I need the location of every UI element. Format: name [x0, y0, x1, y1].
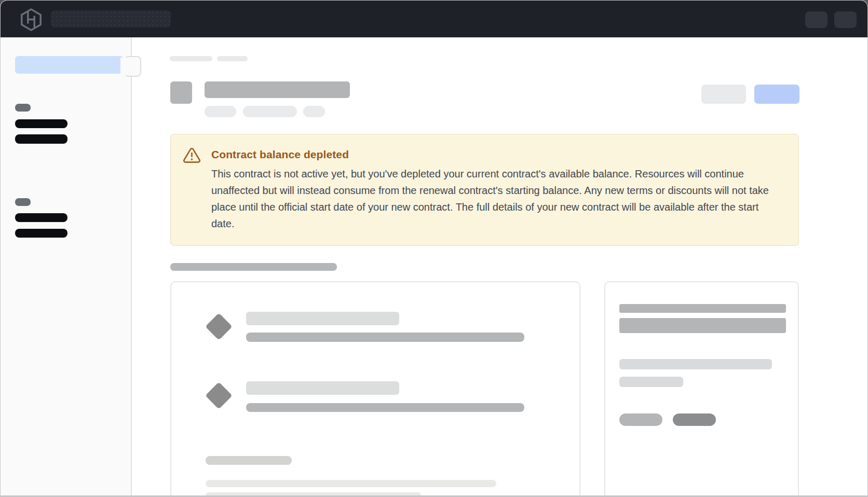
sidebar-collapse-handle-patch: [120, 58, 128, 75]
summary-text-skeleton: [619, 359, 772, 369]
summary-text-skeleton: [619, 377, 683, 387]
breadcrumb-skeleton: [217, 56, 248, 61]
content-card: [170, 281, 580, 495]
alert-body-text: This contract is not active yet, but you…: [211, 165, 780, 232]
sidebar-item-skeleton[interactable]: [15, 134, 67, 144]
summary-card: [604, 281, 799, 495]
page-meta-badge-skeleton: [205, 106, 236, 117]
page-icon-skeleton: [170, 81, 192, 104]
summary-title-skeleton: [619, 304, 786, 313]
diamond-status-icon: [205, 313, 232, 340]
sidebar-item-skeleton[interactable]: [15, 213, 67, 222]
card-footer-line-skeleton: [206, 480, 496, 487]
sidebar-section-label-skeleton: [15, 104, 31, 112]
summary-button-skeleton[interactable]: [673, 413, 716, 426]
navbar-menu-skeleton[interactable]: [834, 11, 857, 28]
top-navbar: [1, 1, 867, 37]
alert-title: Contract balance depleted: [211, 148, 349, 161]
page-title-skeleton: [205, 81, 350, 98]
card-footer-line-skeleton: [206, 492, 421, 495]
search-input-skeleton[interactable]: [51, 10, 171, 27]
list-item-title-skeleton: [246, 312, 399, 325]
breadcrumb-skeleton: [170, 56, 212, 61]
sidebar-item-skeleton[interactable]: [15, 119, 67, 128]
page-meta-badge-skeleton: [243, 106, 297, 117]
card-footer-label-skeleton: [206, 456, 292, 465]
page-meta-badge-skeleton: [303, 106, 325, 117]
list-item-subtitle-skeleton: [246, 333, 524, 342]
sidebar-selected-item-skeleton[interactable]: [15, 56, 124, 74]
sidebar-section-label-skeleton: [15, 198, 31, 206]
warning-triangle-icon: [182, 146, 201, 164]
sidebar: [1, 37, 132, 495]
diamond-status-icon: [205, 382, 232, 409]
secondary-button-skeleton[interactable]: [701, 85, 746, 104]
warning-alert-banner: Contract balance depleted This contract …: [170, 134, 799, 246]
sidebar-item-skeleton[interactable]: [15, 229, 67, 238]
primary-button-skeleton[interactable]: [754, 85, 799, 104]
list-item-title-skeleton: [246, 381, 399, 395]
summary-tag-skeleton: [619, 413, 662, 426]
list-item-subtitle-skeleton: [246, 403, 524, 412]
navbar-action-skeleton[interactable]: [805, 11, 828, 28]
app-window: Contract balance depleted This contract …: [0, 0, 868, 495]
hashicorp-logo-icon: [20, 8, 43, 32]
section-heading-skeleton: [170, 263, 337, 271]
summary-title-skeleton: [619, 318, 786, 333]
